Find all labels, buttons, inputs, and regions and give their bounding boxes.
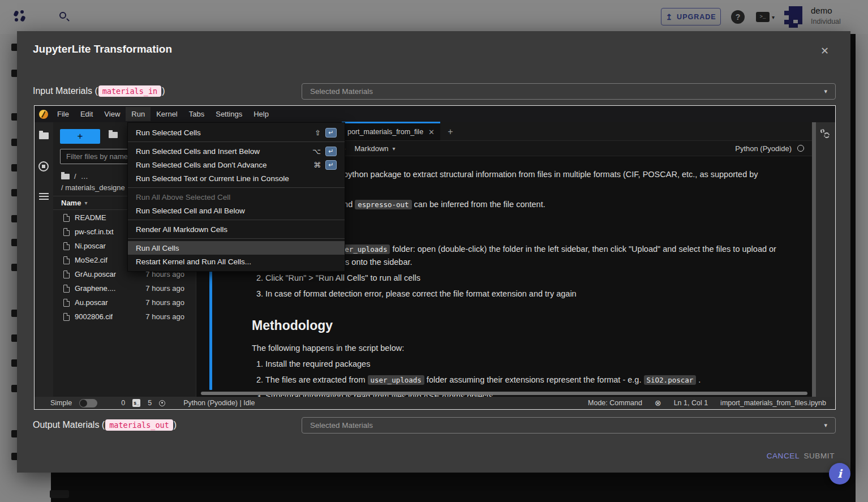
file-name: Au.poscar [75,298,108,307]
file-name: pw-scf.in.txt [75,228,114,236]
inline-code: espresso-out [355,200,411,209]
kernel-icon [159,400,165,406]
new-folder-icon[interactable] [109,132,118,138]
breadcrumb[interactable]: / … [61,172,88,181]
list-item: The files are extracted from user_upload… [265,374,778,387]
terminal-icon: $_ [132,399,140,407]
menu-run[interactable]: Run [126,107,151,121]
menu-item-run-all-above-selected-cell: Run All Above Selected Cell [128,190,345,204]
menu-view[interactable]: View [98,107,126,121]
file-icon [63,242,70,250]
cursor-position: Ln 1, Col 1 [674,399,708,407]
file-icon [63,228,70,236]
cell-type-dropdown[interactable]: Markdown ▾ [355,144,396,153]
menu-separator [128,187,345,188]
file-row[interactable]: 9002806.cif7 hours ago [53,310,196,324]
menu-item-run-all-cells[interactable]: Run All Cells [128,241,345,255]
submit-button[interactable]: SUBMIT [803,452,835,460]
materials-out-code-chip: materials_out [105,419,173,431]
input-materials-select[interactable]: Selected Materials ▾ [302,83,836,100]
folder-icon [61,174,70,179]
kernel-name[interactable]: Python (Pyodide) [735,144,792,153]
markdown-paragraph: The following happens in the script belo… [252,342,778,354]
kernel-status-icon[interactable] [797,145,804,152]
new-tab-button[interactable]: + [444,125,457,139]
horizontal-scrollbar[interactable] [201,392,807,395]
menu-help[interactable]: Help [248,107,274,121]
menu-item-run-selected-text-or-current-line-in-console[interactable]: Run Selected Text or Current Line in Con… [128,171,345,185]
file-name: MoSe2.cif [75,256,108,264]
file-modified: 7 hours ago [145,298,184,307]
menu-item-run-selected-cells-and-insert-below[interactable]: Run Selected Cells and Insert Below⌥↵ [128,144,345,158]
table-of-contents-icon[interactable] [39,193,49,200]
trust-shield-icon: ⊗ [655,398,661,407]
menu-settings[interactable]: Settings [210,107,248,121]
menu-tabs[interactable]: Tabs [183,107,210,121]
chevron-down-icon: ▾ [393,145,396,152]
enter-key-icon: ↵ [325,160,337,170]
file-row[interactable]: Graphene....7 hours ago [53,281,196,295]
screen: ↥ UPGRADE ? >_ ▾ demo Individual Jupyter… [0,0,868,502]
menu-separator [128,141,345,142]
notebook-tab[interactable]: port_materials_from_file ✕ [342,122,440,140]
file-icon [63,313,70,321]
markdown-list: Install the required packagesThe files a… [265,358,778,397]
menu-file[interactable]: File [51,107,75,121]
file-browser-icon[interactable] [39,132,49,139]
breadcrumb-current-folder[interactable]: / materials_designe [61,183,125,192]
simple-mode-label: Simple [50,399,72,407]
menu-item-restart-kernel-and-run-all-cells[interactable]: Restart Kernel and Run All Cells... [128,255,345,268]
file-icon [63,214,70,222]
file-name: README [75,213,106,222]
menu-kernel[interactable]: Kernel [151,107,183,121]
chevron-down-icon: ▾ [824,422,827,429]
enter-key-icon: ↵ [325,128,337,138]
file-modified: 7 hours ago [145,312,184,321]
list-item: In case of format detection error, pleas… [265,288,778,300]
menu-edit[interactable]: Edit [75,107,98,121]
property-inspector-icon[interactable] [820,129,831,139]
notebook-filename: import_materials_from_files.ipynb [720,399,826,407]
file-name: GrAu.poscar [75,270,116,278]
jupyterlite-transformation-dialog: JupyterLite Transformation ✕ Input Mater… [17,31,850,473]
keyboard-shortcut: ⇧↵ [315,128,337,138]
enter-key-icon: ↵ [325,147,337,156]
jupyter-activity-bar [35,122,53,397]
mode-indicator: Mode: Command [588,399,642,407]
terminals-count: 0 [121,399,125,407]
kernels-count: 5 [148,399,152,407]
file-name: 9002806.cif [75,312,113,321]
file-icon [63,256,70,264]
kernel-status-text: Python (Pyodide) | Idle [183,399,255,407]
simple-mode-toggle[interactable] [79,399,97,407]
list-item: Install the required packages [265,358,778,370]
run-menu-dropdown: Run Selected Cells⇧↵Run Selected Cells a… [127,122,345,272]
file-name: Graphene.... [75,284,115,293]
info-button[interactable]: i [829,463,850,484]
new-launcher-button[interactable]: + [60,129,100,144]
vertical-scrollbar[interactable] [812,122,816,397]
jupyter-right-sidebar [816,122,835,397]
file-icon [63,299,70,307]
file-row[interactable]: Au.poscar7 hours ago [53,295,196,310]
keyboard-shortcut: ⌘↵ [313,160,337,170]
file-icon [63,285,70,293]
jupyter-menubar: FileEditViewRunKernelTabsSettingsHelp [35,106,835,122]
dialog-title: JupyterLite Transformation [33,43,172,55]
menu-item-run-selected-cells[interactable]: Run Selected Cells⇧↵ [128,126,345,139]
cancel-button[interactable]: CANCEL [767,452,800,460]
running-sessions-icon[interactable] [38,161,49,171]
menu-item-run-selected-cell-and-all-below[interactable]: Run Selected Cell and All Below [128,204,345,217]
menu-item-render-all-markdown-cells[interactable]: Render All Markdown Cells [128,222,345,236]
output-materials-label: Output Materials (materials_out) [33,419,177,431]
file-modified: 7 hours ago [145,284,184,293]
input-materials-label: Input Materials (materials_in) [33,85,165,97]
jupyterlite-logo-icon [39,110,48,119]
menu-item-run-selected-cells-and-don-t-advance[interactable]: Run Selected Cells and Don't Advance⌘↵ [128,158,345,171]
output-materials-select[interactable]: Selected Materials ▾ [302,417,836,434]
inline-code: user_uploads [368,375,424,385]
close-icon[interactable]: ✕ [820,45,829,57]
menu-separator [128,238,345,239]
file-icon [63,271,70,278]
close-tab-icon[interactable]: ✕ [428,128,435,136]
